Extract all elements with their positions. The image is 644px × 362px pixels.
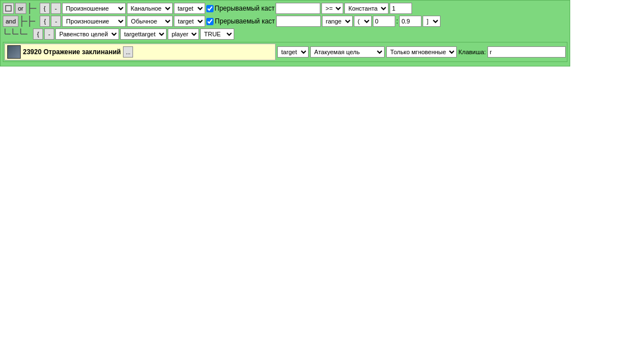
row1-brace-open[interactable]: { (40, 3, 50, 14)
row2-paren-select[interactable]: ( [ (354, 16, 372, 27)
row2-minus[interactable]: - (51, 16, 61, 27)
row2-bracket-select[interactable]: ] ) (423, 16, 441, 27)
action-target-select[interactable]: target player (277, 46, 309, 58)
spell-dots-button[interactable]: ... (123, 46, 133, 58)
row2-brace-open[interactable]: { (40, 16, 50, 27)
row3-connectors (3, 28, 32, 40)
key-label: Клавиша: (458, 49, 486, 55)
row2-target-select[interactable]: target player (174, 16, 205, 27)
row3-target1-select[interactable]: targettarget target player (120, 28, 167, 40)
row1-checkbox-label: Прерываемый каст (215, 4, 274, 12)
row1-comparator-select[interactable]: >= <= = (321, 3, 343, 14)
row2-value-input2[interactable] (399, 16, 422, 27)
row2-checkbox-label: Прерываемый каст (215, 17, 274, 25)
condition-row-1: or { - Произношение Равенство целей Кана… (3, 3, 567, 14)
spell-entry: 23920 Отражение заклинаний ... (4, 44, 276, 60)
and-button[interactable]: and (3, 16, 18, 27)
row1-text-input[interactable] (276, 3, 320, 14)
condition-row-3: { - Равенство целей Произношение targett… (3, 28, 567, 40)
row1-condition-select[interactable]: Произношение Равенство целей (62, 3, 126, 14)
action-target-type-select[interactable]: Атакуемая цель Дружественная цель (310, 46, 385, 58)
row2-connectors (20, 16, 39, 27)
row2-value-input1[interactable] (373, 16, 395, 27)
row1-type-select[interactable]: Канальное Обычное (127, 3, 173, 14)
spell-id-name: 23920 Отражение заклинаний (23, 48, 121, 56)
row2-colon: : (396, 17, 398, 25)
row1-minus[interactable]: - (51, 3, 61, 14)
row3-brace-open[interactable]: { (33, 28, 43, 40)
or-button[interactable]: or (15, 3, 26, 14)
row3-minus[interactable]: - (44, 28, 54, 40)
key-input[interactable] (487, 46, 566, 58)
row2-comparator-select[interactable]: range >= (322, 16, 353, 27)
row3-target2-select[interactable]: player target (168, 28, 199, 40)
row1-tree-icon (3, 3, 14, 14)
row2-text-input[interactable] (276, 16, 321, 27)
condition-row-2: and { - Произношение Равенство целей Обы… (3, 16, 567, 27)
action-bar-row: 23920 Отражение заклинаний ... target pl… (3, 42, 567, 62)
row1-value-type-select[interactable]: Константа (344, 3, 389, 14)
row1-target-select[interactable]: target player (174, 3, 205, 14)
row3-condition-select[interactable]: Равенство целей Произношение (55, 28, 119, 40)
row1-checkbox[interactable] (206, 5, 214, 12)
svg-rect-0 (6, 6, 11, 11)
row3-bool-select[interactable]: TRUE FALSE (200, 28, 234, 40)
row1-value-input[interactable] (390, 3, 412, 14)
main-container: or { - Произношение Равенство целей Кана… (0, 0, 570, 66)
connector-icon (27, 3, 39, 14)
row2-type-select[interactable]: Обычное Канальное (127, 16, 173, 27)
row2-checkbox[interactable] (206, 18, 214, 25)
row2-condition-select[interactable]: Произношение Равенство целей (62, 16, 126, 27)
spell-icon (7, 45, 21, 59)
action-cast-type-select[interactable]: Только мгновенные Все (386, 46, 457, 58)
